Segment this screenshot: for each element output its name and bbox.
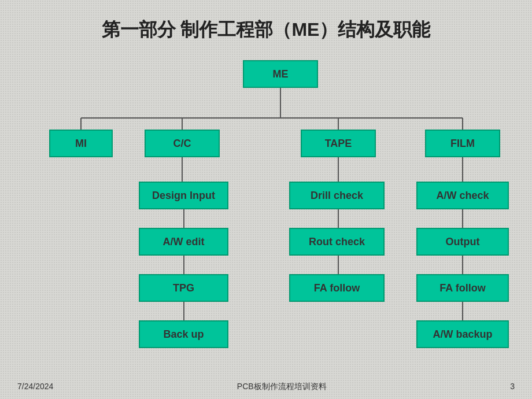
box-aw-edit: A/W edit	[139, 228, 228, 256]
box-fa-follow-1: FA follow	[289, 274, 385, 302]
page-title: 第一部分 制作工程部（ME）结构及职能	[17, 12, 515, 43]
box-drill-check: Drill check	[289, 182, 385, 209]
slide: 第一部分 制作工程部（ME）结构及职能	[0, 0, 532, 399]
box-rout-check: Rout check	[289, 228, 385, 256]
footer-page: 3	[510, 382, 515, 392]
box-backup: Back up	[139, 320, 228, 348]
box-FILM: FILM	[425, 130, 500, 157]
box-CC: C/C	[145, 130, 220, 157]
box-TAPE: TAPE	[301, 130, 376, 157]
footer-center: PCB板制作流程培训资料	[237, 382, 327, 392]
box-output: Output	[416, 228, 509, 256]
footer: 7/24/2024 PCB板制作流程培训资料 3	[0, 382, 532, 392]
footer-date: 7/24/2024	[17, 382, 53, 392]
box-MI: MI	[49, 130, 113, 157]
box-TPG: TPG	[139, 274, 228, 302]
box-aw-check: A/W check	[416, 182, 509, 209]
box-ME: ME	[243, 60, 318, 88]
box-aw-backup: A/W backup	[416, 320, 509, 348]
chart-area: ME MI C/C TAPE FILM Design Input Drill c…	[17, 54, 515, 355]
box-fa-follow-2: FA follow	[416, 274, 509, 302]
box-design-input: Design Input	[139, 182, 228, 209]
